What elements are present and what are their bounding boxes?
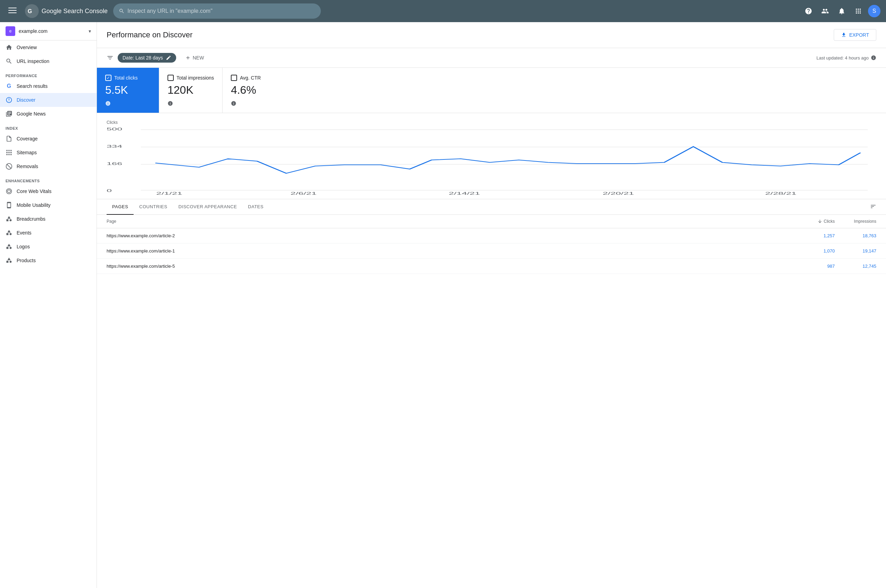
menu-icon[interactable] xyxy=(6,3,20,19)
notifications-button[interactable] xyxy=(835,4,848,18)
property-icon: e xyxy=(6,26,15,36)
sidebar-item-sitemaps[interactable]: Sitemaps xyxy=(0,146,96,159)
logos-icon xyxy=(6,243,12,250)
col-clicks-label: Clicks xyxy=(824,219,835,224)
new-filter-button[interactable]: NEW xyxy=(181,53,209,63)
sidebar-item-coverage[interactable]: Coverage xyxy=(0,132,96,146)
sidebar-item-events[interactable]: Events xyxy=(0,226,96,240)
metric-value-clicks: 5.5K xyxy=(105,84,150,96)
svg-text:2/20/21: 2/20/21 xyxy=(603,191,634,195)
date-filter-button[interactable]: Date: Last 28 days xyxy=(118,53,176,63)
svg-text:2/1/21: 2/1/21 xyxy=(156,191,182,195)
svg-rect-9 xyxy=(7,219,9,221)
apps-button[interactable] xyxy=(851,4,865,18)
property-name: example.com xyxy=(19,28,85,34)
metric-label-ctr: Avg. CTR xyxy=(240,75,260,81)
sort-icon xyxy=(817,219,822,224)
events-icon xyxy=(6,230,12,236)
export-label: EXPORT xyxy=(849,32,869,38)
table-header: Page Clicks Impressions xyxy=(97,215,886,228)
chart-y-label: Clicks xyxy=(107,120,876,125)
mobile-icon xyxy=(6,202,12,208)
export-button[interactable]: EXPORT xyxy=(834,29,876,41)
row-page-2: https://www.example.com/article-1 xyxy=(107,248,793,254)
main-layout: e example.com ▾ Overview URL inspection … xyxy=(0,22,886,588)
sidebar-item-label: Discover xyxy=(17,97,35,103)
svg-point-12 xyxy=(10,233,12,235)
filter-icon[interactable] xyxy=(107,54,114,61)
sidebar-item-breadcrumbs[interactable]: Breadcrumbs xyxy=(0,212,96,226)
sidebar-item-removals[interactable]: Removals xyxy=(0,159,96,173)
search-icon xyxy=(6,58,12,64)
row-impressions-1[interactable]: 18,763 xyxy=(835,233,876,238)
metric-avg-ctr[interactable]: Avg. CTR 4.6% xyxy=(223,68,285,113)
row-clicks-3[interactable]: 987 xyxy=(793,264,835,269)
tab-countries[interactable]: COUNTRIES xyxy=(134,199,173,215)
sidebar-item-url-inspection[interactable]: URL inspection xyxy=(0,54,96,68)
metric-checkbox-ctr xyxy=(231,75,237,81)
row-page-1: https://www.example.com/article-2 xyxy=(107,233,793,238)
row-impressions-3[interactable]: 12,745 xyxy=(835,264,876,269)
news-icon xyxy=(6,110,12,117)
svg-point-10 xyxy=(10,219,12,221)
plus-icon xyxy=(185,55,191,60)
svg-text:2/6/21: 2/6/21 xyxy=(290,191,317,195)
sidebar-item-label: Sitemaps xyxy=(17,150,37,155)
tab-dates[interactable]: DATES xyxy=(243,199,269,215)
property-chevron-icon: ▾ xyxy=(89,28,91,34)
search-bar[interactable] xyxy=(113,3,321,19)
svg-text:500: 500 xyxy=(107,127,122,131)
info-icon xyxy=(871,55,876,60)
svg-text:0: 0 xyxy=(107,189,112,193)
row-impressions-2[interactable]: 19,147 xyxy=(835,248,876,254)
row-clicks-2[interactable]: 1,070 xyxy=(793,248,835,254)
svg-text:G: G xyxy=(28,8,32,14)
tab-discover-appearance[interactable]: DISCOVER APPEARANCE xyxy=(173,199,242,215)
sidebar-item-products[interactable]: Products xyxy=(0,254,96,267)
property-selector[interactable]: e example.com ▾ xyxy=(0,22,96,40)
sidebar-item-discover[interactable]: Discover xyxy=(0,93,96,107)
svg-text:2/14/21: 2/14/21 xyxy=(448,191,480,195)
sidebar-item-label: Mobile Usability xyxy=(17,202,51,208)
discover-icon xyxy=(6,96,12,104)
sidebar-item-label: Google News xyxy=(17,111,46,117)
sidebar-item-google-news[interactable]: Google News xyxy=(0,107,96,121)
sidebar-item-core-web-vitals[interactable]: Core Web Vitals xyxy=(0,184,96,198)
sidebar-item-overview[interactable]: Overview xyxy=(0,40,96,54)
col-header-clicks[interactable]: Clicks xyxy=(793,219,835,224)
topbar-actions: S xyxy=(802,4,880,18)
sidebar-item-search-results[interactable]: G Search results xyxy=(0,79,96,93)
download-icon xyxy=(841,32,847,38)
info-icon xyxy=(167,100,173,106)
svg-point-7 xyxy=(7,189,12,194)
svg-rect-15 xyxy=(7,261,9,263)
sidebar-item-mobile-usability[interactable]: Mobile Usability xyxy=(0,198,96,212)
google-icon: G xyxy=(6,82,12,90)
section-label-enhancements: Enhancements xyxy=(0,173,96,184)
metric-total-clicks[interactable]: Total clicks 5.5K xyxy=(97,68,159,113)
tab-pages[interactable]: PAGES xyxy=(107,199,134,215)
last-updated-text: Last updated: 4 hours ago xyxy=(817,56,869,60)
search-input[interactable] xyxy=(127,8,315,14)
info-icon xyxy=(105,100,111,106)
table-filter-icon[interactable] xyxy=(870,203,876,211)
svg-rect-11 xyxy=(7,233,9,235)
sidebar-item-logos[interactable]: Logos xyxy=(0,240,96,254)
table-section: PAGES COUNTRIES DISCOVER APPEARANCE DATE… xyxy=(97,199,886,288)
metric-label-clicks: Total clicks xyxy=(114,75,138,81)
user-avatar[interactable]: S xyxy=(868,5,880,17)
svg-point-14 xyxy=(10,247,12,249)
row-clicks-1[interactable]: 1,257 xyxy=(793,233,835,238)
help-button[interactable] xyxy=(802,4,815,18)
metric-checkbox-impressions xyxy=(167,75,174,81)
svg-rect-13 xyxy=(7,247,9,249)
coverage-icon xyxy=(6,135,12,142)
metric-label-impressions: Total impressions xyxy=(176,75,214,81)
app-title: Google Search Console xyxy=(42,8,108,15)
metric-value-impressions: 120K xyxy=(167,84,214,96)
metric-total-impressions[interactable]: Total impressions 120K xyxy=(159,68,223,113)
table-row: https://www.example.com/article-2 1,257 … xyxy=(97,228,886,243)
svg-point-8 xyxy=(8,190,11,193)
sidebar-item-label: Removals xyxy=(17,164,38,169)
users-button[interactable] xyxy=(818,4,832,18)
